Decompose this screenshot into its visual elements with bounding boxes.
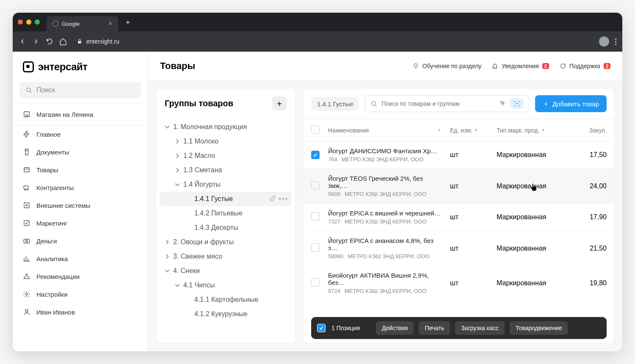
svg-rect-7	[24, 239, 30, 243]
tree-item-4[interactable]: 1.4 Йогурты	[160, 177, 292, 192]
tab-close-icon[interactable]: ×	[108, 20, 112, 28]
bulk-action-0[interactable]: Действия	[376, 321, 414, 335]
browser-tab[interactable]: Google ×	[47, 16, 118, 31]
product-unit: шт	[450, 151, 497, 159]
sidebar-search[interactable]: Поиск	[19, 82, 141, 98]
product-unit: шт	[450, 213, 497, 221]
sidebar-item-5[interactable]: Маркетинг	[13, 214, 148, 232]
sidebar-item-7[interactable]: Аналитика	[13, 250, 148, 267]
nav-icon	[23, 255, 30, 262]
browser-toolbar: entersight.ru	[13, 31, 622, 52]
window-minimize-icon[interactable]	[26, 19, 31, 25]
row-checkbox[interactable]	[311, 151, 320, 159]
support-badge: 2	[604, 63, 610, 69]
sidebar-item-2[interactable]: Товары	[13, 161, 148, 179]
chevron-right-icon	[165, 254, 170, 259]
url-bar[interactable]: entersight.ru	[73, 38, 593, 45]
profile-avatar-icon[interactable]	[599, 36, 609, 47]
row-checkbox[interactable]	[311, 243, 320, 252]
bulk-action-3[interactable]: Товародвижение	[510, 321, 568, 335]
tree-item-11[interactable]: 4.1 Чипсы	[160, 278, 292, 292]
table-row[interactable]: Йогурт ДАНИССИМО Фантазия Хр… 764МЕТРО К…	[304, 141, 614, 169]
support-link[interactable]: Поддержка 2	[559, 63, 610, 69]
tree-item-3[interactable]: 1.3 Сметана	[160, 163, 292, 177]
product-name: Йогурт ДАНИССИМО Фантазия Хр…	[328, 147, 437, 154]
tree-item-5[interactable]: 1.4.1 Густые•••	[160, 192, 292, 206]
store-selector[interactable]: Магазин на Ленина	[13, 103, 148, 125]
add-group-button[interactable]: ＋	[272, 96, 287, 110]
tree-item-8[interactable]: 2. Овощи и фрукты	[160, 235, 292, 249]
row-checkbox[interactable]	[311, 278, 320, 287]
product-unit: шт	[450, 182, 497, 190]
tree-item-0[interactable]: 1. Молочная продукция	[160, 120, 292, 134]
row-checkbox[interactable]	[311, 181, 320, 190]
training-link[interactable]: Обучение по разделу	[412, 63, 481, 69]
filters-icon[interactable]	[499, 100, 506, 107]
bell-icon	[491, 63, 498, 69]
forward-icon[interactable]	[32, 38, 40, 45]
bulk-action-1[interactable]: Печать	[419, 321, 450, 335]
selection-checkbox[interactable]	[317, 324, 326, 332]
bulk-action-2[interactable]: Загрузка касс	[455, 321, 505, 335]
svg-point-9	[26, 293, 28, 295]
chevron-right-icon	[175, 153, 180, 158]
sidebar-item-0[interactable]: Главное	[13, 125, 148, 143]
sidebar-item-9[interactable]: Настройки	[13, 285, 148, 303]
sort-icon[interactable]: ▼	[437, 128, 442, 132]
product-name: Йогурт EPICA с ананасом 4,8%, без з…	[328, 237, 442, 251]
nav-icon	[23, 166, 30, 174]
svg-point-3	[25, 189, 25, 190]
add-product-button[interactable]: ＋ Добавить товар	[535, 95, 607, 112]
product-search-input[interactable]	[381, 100, 495, 107]
logo[interactable]: энтерсайт	[13, 52, 148, 79]
product-supplier: МЕТРО КЭШ ЭНД КЕРРИ, ООО	[345, 218, 427, 225]
select-all-checkbox[interactable]	[311, 125, 320, 134]
sidebar-item-4[interactable]: Внешние системы	[13, 196, 148, 214]
product-price: 17,90	[573, 213, 607, 221]
tree-item-10[interactable]: 4. Снеки	[160, 264, 292, 278]
product-mark: Маркированная	[497, 245, 573, 252]
sidebar-item-8[interactable]: Рекомендации	[13, 267, 148, 285]
tree-item-6[interactable]: 1.4.2 Питьевые	[160, 206, 292, 221]
tree-item-2[interactable]: 1.2 Масло	[160, 149, 292, 163]
nav-icon	[23, 148, 30, 156]
tree-item-13[interactable]: 4.1.2 Кукурузные	[160, 307, 292, 321]
nav-icon	[23, 308, 30, 316]
sidebar-item-1[interactable]: Документы	[13, 143, 148, 161]
search-icon	[25, 87, 32, 94]
lock-icon	[77, 39, 82, 44]
table-row[interactable]: Йогурт EPICA с ананасом 4,8%, без з… 589…	[304, 231, 614, 266]
product-unit: шт	[450, 279, 497, 287]
window-close-icon[interactable]	[18, 19, 23, 25]
table-row[interactable]: Биойогурт АКТИВИА Вишня 2,9%, без… 9724М…	[304, 266, 614, 301]
table-row[interactable]: Йогурт TEOS Греческий 2%, без змж,… 5608…	[304, 169, 614, 204]
row-checkbox[interactable]	[311, 212, 320, 221]
window-maximize-icon[interactable]	[35, 19, 40, 25]
product-name: Йогурт TEOS Греческий 2%, без змж,…	[328, 175, 442, 189]
sidebar-item-6[interactable]: Деньги	[13, 232, 148, 250]
product-price: 17,50	[573, 151, 607, 159]
groups-panel: Группы товаров ＋ 1. Молочная продукция1.…	[156, 88, 295, 344]
topbar: Товары Обучение по разделу Уведомления 2…	[148, 52, 622, 80]
tree-item-7[interactable]: 1.4.3 Десерты	[160, 221, 292, 235]
more-icon[interactable]: •••	[279, 195, 288, 203]
tree-item-9[interactable]: 3. Свежее мясо	[160, 249, 292, 264]
browser-menu-icon[interactable]	[615, 39, 616, 45]
back-icon[interactable]	[19, 38, 26, 45]
new-tab-button[interactable]: ＋	[124, 17, 132, 27]
nav-icon	[23, 290, 30, 298]
tree-item-12[interactable]: 4.1.1 Картофельные	[160, 292, 292, 307]
link-icon[interactable]	[269, 195, 276, 202]
home-icon[interactable]	[59, 38, 67, 45]
breadcrumb[interactable]: 1.4.1 Густые	[311, 97, 359, 111]
reload-icon[interactable]	[46, 38, 53, 45]
product-search[interactable]	[365, 95, 529, 112]
table-row[interactable]: Йогурт EPICA с вишней и черешней… 7327МЕ…	[304, 204, 614, 231]
tree-item-1[interactable]: 1.1 Молоко	[160, 134, 292, 149]
notifications-link[interactable]: Уведомления 2	[491, 63, 549, 69]
sidebar-item-10[interactable]: Иван Иванов	[13, 303, 148, 321]
scan-icon[interactable]	[510, 99, 524, 109]
product-sku: 764	[328, 156, 337, 163]
sidebar-item-3[interactable]: Контрагенты	[13, 179, 148, 196]
product-supplier: МЕТРО КЭШ ЭНД КЕРРИ, ООО	[345, 191, 427, 197]
